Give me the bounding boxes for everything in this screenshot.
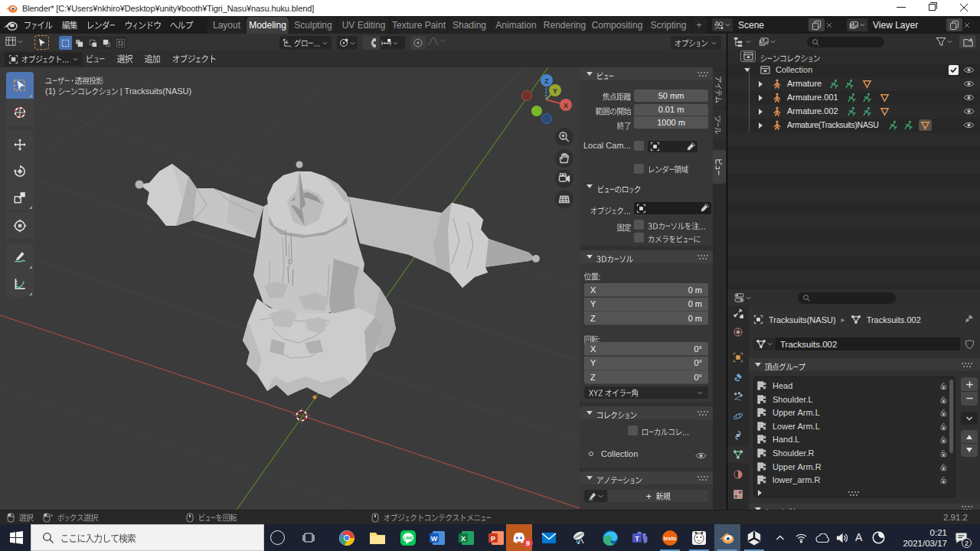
- svg-text:X: X: [461, 535, 466, 543]
- svg-text:W: W: [431, 535, 438, 543]
- svg-text:T: T: [635, 535, 639, 543]
- svg-text:testo: testo: [664, 536, 677, 541]
- svg-text:LINE: LINE: [403, 536, 413, 540]
- svg-text:P: P: [491, 535, 495, 543]
